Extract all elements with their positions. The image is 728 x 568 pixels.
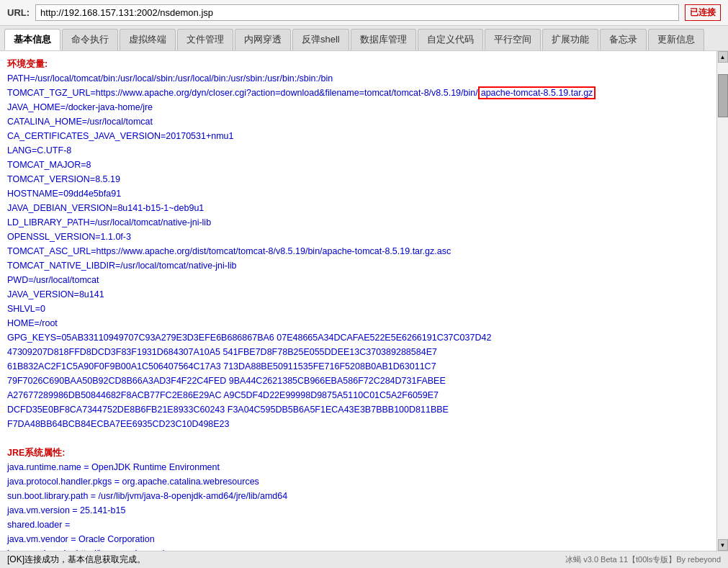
env-section: 环境变量: PATH=/usr/local/tomcat/bin:/usr/lo… xyxy=(7,57,709,431)
env-catalina-home: CATALINA_HOME=/usr/local/tomcat xyxy=(7,114,709,129)
env-tomcat-tgz-url: TOMCAT_TGZ_URL=https://www.apache.org/dy… xyxy=(7,86,709,100)
status-text: [OK]连接成功，基本信息获取完成。 xyxy=(7,554,145,566)
url-input[interactable] xyxy=(35,4,679,21)
env-title: 环境变量: xyxy=(7,59,48,69)
jre-protocol-handler: java.protocol.handler.pkgs = org.apache.… xyxy=(7,474,709,489)
env-shlvl: SHLVL=0 xyxy=(7,302,709,316)
tab-parallel-space[interactable]: 平行空间 xyxy=(485,29,541,50)
jre-section: JRE系统属性: java.runtime.name = OpenJDK Run… xyxy=(7,446,709,551)
env-ld-lib-path: LD_LIBRARY_PATH=/usr/local/tomcat/native… xyxy=(7,215,709,230)
scroll-thumb[interactable] xyxy=(718,74,728,117)
highlighted-tomcat-url: apache-tomcat-8.5.19.tar.gz xyxy=(478,86,596,99)
tab-network-tunnel[interactable]: 内网穿透 xyxy=(235,29,291,50)
env-lang: LANG=C.UTF-8 xyxy=(7,143,709,158)
jre-title: JRE系统属性: xyxy=(7,448,65,458)
tab-db-manager[interactable]: 数据库管理 xyxy=(351,29,416,50)
scroll-up-arrow[interactable]: ▲ xyxy=(718,51,728,63)
env-tomcat-major: TOMCAT_MAJOR=8 xyxy=(7,158,709,172)
jre-shared-loader: shared.loader = xyxy=(7,518,709,532)
tab-basic-info[interactable]: 基本信息 xyxy=(4,29,60,50)
env-java-debian-ver: JAVA_DEBIAN_VERSION=8u141-b15-1~deb9u1 xyxy=(7,201,709,215)
tab-command-exec[interactable]: 命令执行 xyxy=(62,29,118,50)
tab-memo[interactable]: 备忘录 xyxy=(600,29,647,50)
scrollbar[interactable]: ▲ ▼ xyxy=(716,51,728,551)
env-home: HOME=/root xyxy=(7,316,709,330)
env-path-line: PATH=/usr/local/tomcat/bin:/usr/local/sb… xyxy=(7,71,709,86)
content-panel[interactable]: 环境变量: PATH=/usr/local/tomcat/bin:/usr/lo… xyxy=(0,51,716,551)
env-ca-cert-ver: CA_CERTIFICATES_JAVA_VERSION=20170531+nm… xyxy=(7,129,709,143)
scroll-down-arrow[interactable]: ▼ xyxy=(718,539,728,551)
tab-file-manager[interactable]: 文件管理 xyxy=(177,29,233,50)
tab-updates[interactable]: 更新信息 xyxy=(648,29,704,50)
env-tomcat-version: TOMCAT_VERSION=8.5.19 xyxy=(7,172,709,186)
env-tomcat-asc-url: TOMCAT_ASC_URL=https://www.apache.org/di… xyxy=(7,244,709,258)
env-java-home: JAVA_HOME=/docker-java-home/jre xyxy=(7,100,709,114)
env-gpg-keys: GPG_KEYS=05AB33110949707C93A279E3D3EFE6B… xyxy=(7,330,709,431)
main-area: 环境变量: PATH=/usr/local/tomcat/bin:/usr/lo… xyxy=(0,51,728,551)
tab-custom-code[interactable]: 自定义代码 xyxy=(418,29,483,50)
env-hostname: HOSTNAME=09dd4e5bfa91 xyxy=(7,186,709,201)
tab-virtual-terminal[interactable]: 虚拟终端 xyxy=(120,29,176,50)
url-label: URL: xyxy=(7,7,30,18)
jre-runtime-name: java.runtime.name = OpenJDK Runtime Envi… xyxy=(7,460,709,474)
jre-vm-vendor: java.vm.vendor = Oracle Corporation xyxy=(7,532,709,546)
nav-tabs: 基本信息 命令执行 虚拟终端 文件管理 内网穿透 反弹shell 数据库管理 自… xyxy=(0,26,728,51)
status-right: 冰蝎 v3.0 Beta 11【t00ls专版】By rebeyond xyxy=(565,554,721,565)
jre-vm-version: java.vm.version = 25.141-b15 xyxy=(7,503,709,518)
status-bar: [OK]连接成功，基本信息获取完成。 冰蝎 v3.0 Beta 11【t00ls… xyxy=(0,551,728,568)
env-pwd: PWD=/usr/local/tomcat xyxy=(7,273,709,287)
connected-badge: 已连接 xyxy=(685,4,721,21)
tab-reverse-shell[interactable]: 反弹shell xyxy=(292,29,349,50)
env-openssl-ver: OPENSSL_VERSION=1.1.0f-3 xyxy=(7,230,709,244)
env-tomcat-native-libdir: TOMCAT_NATIVE_LIBDIR=/usr/local/tomcat/n… xyxy=(7,258,709,273)
tab-extensions[interactable]: 扩展功能 xyxy=(542,29,598,50)
url-bar: URL: 已连接 xyxy=(0,0,728,26)
env-java-version: JAVA_VERSION=8u141 xyxy=(7,287,709,302)
jre-boot-lib-path: sun.boot.library.path = /usr/lib/jvm/jav… xyxy=(7,489,709,503)
